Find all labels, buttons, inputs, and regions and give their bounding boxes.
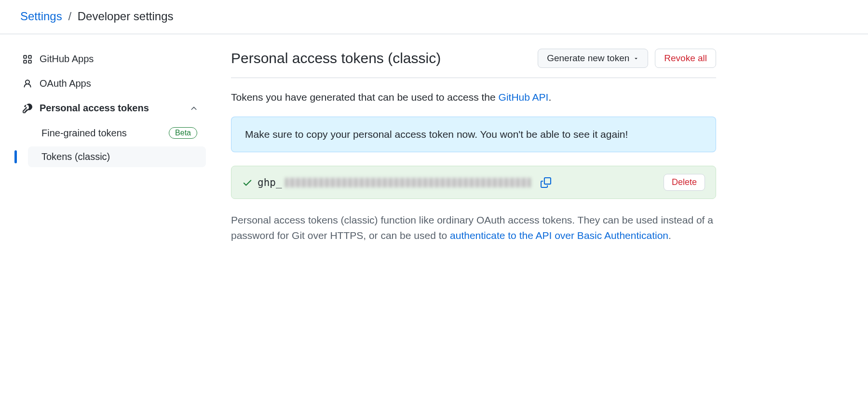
- token-row: ghp_ Delete: [231, 166, 716, 199]
- sidebar-item-github-apps[interactable]: GitHub Apps: [14, 49, 206, 69]
- sidebar-item-label: GitHub Apps: [40, 53, 94, 65]
- breadcrumb: Settings / Developer settings: [0, 0, 868, 34]
- chevron-up-icon: [190, 104, 198, 113]
- button-label: Generate new token: [547, 53, 629, 64]
- flash-message: Make sure to copy your personal access t…: [245, 129, 628, 140]
- help-text: Personal access tokens (classic) functio…: [231, 212, 716, 243]
- sidebar-item-label: OAuth Apps: [40, 78, 91, 89]
- token-blurred: [285, 178, 531, 187]
- basic-auth-link[interactable]: authenticate to the API over Basic Authe…: [450, 230, 668, 241]
- breadcrumb-separator: /: [68, 10, 71, 23]
- beta-badge: Beta: [169, 127, 197, 139]
- sidebar-item-tokens-classic[interactable]: Tokens (classic): [28, 146, 206, 167]
- github-api-link[interactable]: GitHub API: [499, 92, 549, 103]
- sidebar-item-oauth-apps[interactable]: OAuth Apps: [14, 73, 206, 94]
- sidebar-item-label: Personal access tokens: [40, 103, 149, 114]
- sidebar-item-personal-access-tokens[interactable]: Personal access tokens: [14, 98, 206, 119]
- token-prefix: ghp_: [258, 177, 282, 188]
- generate-new-token-button[interactable]: Generate new token: [538, 49, 648, 68]
- sidebar: GitHub Apps OAuth Apps Personal access t…: [0, 49, 215, 243]
- key-icon: [22, 103, 33, 114]
- page-title: Personal access tokens (classic): [231, 50, 538, 66]
- breadcrumb-root[interactable]: Settings: [20, 10, 62, 23]
- copy-icon[interactable]: [541, 177, 551, 188]
- token-value: ghp_: [258, 177, 534, 188]
- delete-token-button[interactable]: Delete: [664, 174, 705, 191]
- main-content: Personal access tokens (classic) Generat…: [215, 49, 745, 243]
- tokens-description: Tokens you have generated that can be us…: [231, 92, 716, 103]
- sidebar-item-fine-grained-tokens[interactable]: Fine-grained tokens Beta: [28, 122, 206, 144]
- check-icon: [242, 177, 253, 188]
- copy-token-warning: Make sure to copy your personal access t…: [231, 117, 716, 152]
- page-header: Personal access tokens (classic) Generat…: [231, 49, 716, 78]
- breadcrumb-current: Developer settings: [78, 10, 174, 23]
- caret-down-icon: [633, 55, 639, 61]
- sidebar-item-label: Fine-grained tokens: [41, 128, 127, 139]
- revoke-all-button[interactable]: Revoke all: [655, 49, 716, 68]
- person-icon: [22, 79, 33, 89]
- sidebar-item-label: Tokens (classic): [41, 151, 110, 162]
- apps-icon: [22, 54, 33, 65]
